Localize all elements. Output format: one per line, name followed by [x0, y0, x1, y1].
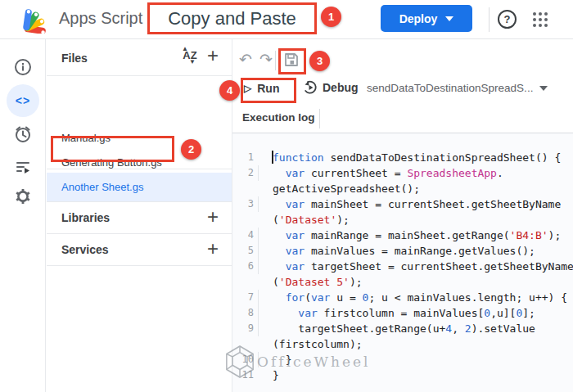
project-title[interactable]: Copy and Paste — [168, 8, 296, 29]
run-button[interactable]: ▷ Run — [244, 82, 279, 95]
callout-box-project-title: Copy and Paste — [147, 2, 317, 34]
line-number: 11 — [232, 367, 254, 383]
line-number — [232, 181, 254, 196]
divider — [275, 51, 276, 70]
line-number: 5 — [232, 243, 254, 259]
executions-list-icon[interactable] — [7, 151, 39, 183]
play-icon: ▷ — [244, 83, 251, 94]
code-line: ('Dataset 5'); — [232, 274, 573, 290]
files-panel: Files AZ▲▼ + Manual.gs Generating Button… — [47, 39, 232, 392]
overview-info-icon[interactable] — [7, 51, 39, 83]
debug-icon — [303, 80, 318, 95]
callout-badge-2: 2 — [181, 139, 201, 160]
code-line: 3 var mainSheet = currentSheet.getSheetB… — [232, 196, 573, 212]
top-bar: Apps Script Copy and Paste Deploy ? — [0, 0, 573, 39]
line-number — [232, 212, 254, 228]
line-number: 7 — [232, 290, 254, 305]
callout-badge-4: 4 — [219, 80, 240, 101]
services-section: Services + — [47, 233, 232, 265]
callout-badge-1: 1 — [321, 7, 341, 27]
code-line: 9 targetSheet.getRange(u+4, 2).setValue — [232, 321, 573, 336]
line-number: 8 — [232, 305, 254, 321]
code-line: getActiveSpreadsheet(); — [232, 181, 573, 196]
add-file-icon[interactable]: + — [207, 46, 219, 65]
code-line: 8 var firstcolumn = mainValues[0,u][0]; — [232, 305, 573, 321]
code-line: 2 var currentSheet = SpreadsheetApp. — [232, 165, 573, 181]
apps-script-window: Apps Script Copy and Paste Deploy ? < — [0, 0, 573, 392]
function-selector-dropdown[interactable]: sendDataToDestinationSpreadS... — [367, 82, 548, 94]
divider — [319, 109, 320, 128]
line-number: 2 — [232, 165, 254, 181]
deploy-button[interactable]: Deploy — [381, 5, 472, 32]
file-item-manual[interactable]: Manual.gs — [47, 125, 232, 150]
chevron-down-icon — [539, 86, 548, 91]
settings-gear-icon[interactable] — [7, 180, 39, 213]
code-line: ('Dataset'); — [232, 212, 573, 228]
line-number: 3 — [232, 196, 254, 212]
line-number: 4 — [232, 228, 254, 243]
divider — [489, 7, 490, 32]
save-icon[interactable] — [282, 51, 300, 72]
libraries-label: Libraries — [61, 211, 110, 224]
app-name: Apps Script — [59, 9, 142, 28]
chevron-down-icon — [445, 16, 453, 21]
code-line: 4 var mainRange = mainSheet.getRange('B4… — [232, 228, 573, 243]
editor-toolbar: ↶ ↷ ▷ Run Debug sendDataToDestinationSpr… — [232, 39, 573, 133]
code-line: 7 for(var u = 0; u < mainValues.length; … — [232, 290, 573, 305]
help-icon[interactable]: ? — [498, 10, 517, 29]
triggers-clock-icon[interactable] — [7, 118, 39, 151]
execution-log-tab[interactable]: Execution log — [242, 111, 315, 124]
line-number: 9 — [232, 321, 254, 336]
code-line: (firstcolumn); — [232, 336, 573, 352]
debug-button[interactable]: Debug — [303, 80, 359, 95]
undo-icon[interactable]: ↶ — [239, 52, 252, 67]
add-library-icon[interactable]: + — [207, 207, 219, 227]
left-nav-rail: <> — [0, 39, 46, 392]
services-label: Services — [61, 243, 109, 256]
code-line: 6 var targetSheet = currentSheet.getShee… — [232, 259, 573, 274]
apps-script-logo-icon[interactable] — [21, 6, 52, 34]
line-number — [232, 274, 254, 290]
line-number: 10 — [232, 352, 254, 367]
redo-icon[interactable]: ↷ — [259, 52, 273, 67]
text-cursor — [272, 151, 273, 164]
code-line: 1function sendDataToDestinationSpreadShe… — [232, 150, 573, 165]
editor-code-icon[interactable]: <> — [7, 84, 39, 117]
sort-az-icon[interactable]: AZ▲▼ — [179, 49, 201, 67]
code-line: 11} — [232, 367, 573, 383]
line-number: 6 — [232, 259, 254, 274]
code-editor[interactable]: 1function sendDataToDestinationSpreadShe… — [232, 133, 573, 392]
line-number — [232, 336, 254, 352]
callout-badge-3: 3 — [309, 51, 330, 71]
code-line: 5 var mainValues = mainRange.getValues()… — [232, 243, 573, 259]
code-line: 10 } — [232, 352, 573, 367]
libraries-section: Libraries + — [47, 201, 232, 233]
files-header: Files AZ▲▼ + — [47, 39, 232, 76]
files-title: Files — [61, 52, 88, 65]
apps-grid-icon[interactable] — [531, 11, 549, 32]
add-service-icon[interactable]: + — [207, 239, 219, 259]
line-number: 1 — [232, 150, 254, 165]
